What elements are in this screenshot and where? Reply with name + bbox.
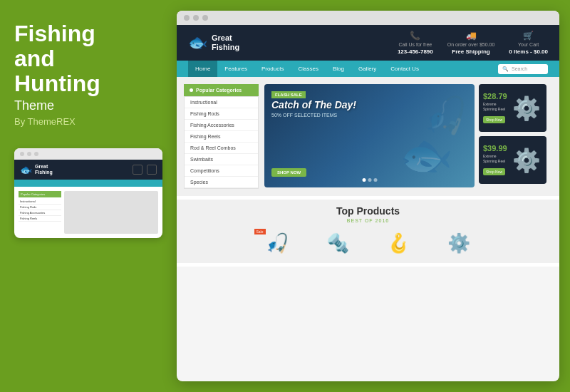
prod-img-1: Sale 🎣 bbox=[254, 229, 301, 257]
reel-1-icon: ⚙️ bbox=[512, 95, 541, 122]
prod-item-4: ⚙️ bbox=[434, 229, 484, 257]
product-2-image: ⚙️ bbox=[510, 140, 542, 180]
site-logo-text: Great Fishing bbox=[212, 33, 239, 52]
main-browser: 🐟 Great Fishing 📞 Call Us for free 123-4… bbox=[177, 11, 559, 381]
small-cat-item-1: Instructional bbox=[19, 199, 61, 205]
product-1-btn[interactable]: Shop Now bbox=[483, 116, 505, 123]
banner-subtitle: 50% OFF SELECTED ITEMS bbox=[271, 113, 356, 118]
site-fish-icon: 🐟 bbox=[188, 33, 207, 52]
product-2-name: Extreme Spinning Reel bbox=[483, 154, 507, 163]
product-card-1-info: $28.79 Extreme Spinning Reel Shop Now bbox=[483, 92, 507, 124]
small-cat-title: Popular Categories bbox=[19, 191, 61, 197]
left-panel: FishingandHunting Theme By ThemeREX 🐟 Gr… bbox=[0, 0, 177, 392]
product-cards-column: $28.79 Extreme Spinning Reel Shop Now ⚙️… bbox=[479, 84, 546, 187]
small-cat-item-2: Fishing Rods bbox=[19, 205, 61, 210]
banner-dots bbox=[362, 178, 377, 182]
banner-person-decoration: 🎣 bbox=[423, 95, 467, 136]
banner-text: Catch of The Day! 50% OFF SELECTED ITEMS bbox=[271, 100, 356, 118]
cat-item-rod-reel[interactable]: Rod & Reel Combos bbox=[185, 143, 258, 154]
header-call: 📞 Call Us for free 123-456-7890 bbox=[398, 31, 433, 55]
phone-icon: 📞 bbox=[410, 31, 420, 41]
small-dot-2 bbox=[27, 152, 31, 156]
header-shipping: 🚚 On order over $50.00 Free Shipping bbox=[447, 31, 495, 55]
cat-header: Popular Categories bbox=[184, 84, 259, 96]
header-cart: 🛒 Your Cart 0 Items - $0.00 bbox=[509, 31, 548, 55]
nav-gallery[interactable]: Gallery bbox=[351, 61, 383, 77]
nav-blog[interactable]: Blog bbox=[326, 61, 351, 77]
prod-icon-1: 🎣 bbox=[266, 232, 289, 254]
bottom-section: Top Products BEST OF 2016 Sale 🎣 🔩 bbox=[177, 196, 559, 267]
product-2-price: $39.99 bbox=[483, 144, 507, 153]
right-panel: 🐟 Great Fishing 📞 Call Us for free 123-4… bbox=[177, 0, 570, 392]
nav-features[interactable]: Features bbox=[217, 61, 254, 77]
nav-home[interactable]: Home bbox=[188, 61, 217, 77]
search-box[interactable]: 🔍 Search bbox=[498, 64, 548, 74]
header-info-bar: 📞 Call Us for free 123-456-7890 🚚 On ord… bbox=[398, 31, 548, 55]
site-navigation: Home Features Products Classes Blog Gall… bbox=[177, 61, 559, 77]
site-logo: 🐟 Great Fishing bbox=[188, 33, 239, 52]
small-content: Popular Categories Instructional Fishing… bbox=[14, 187, 162, 238]
browser-dot-2 bbox=[193, 15, 199, 21]
cat-item-fishing-accessories[interactable]: Fishing Accessories bbox=[185, 120, 258, 131]
prod-item-3: 🪝 bbox=[373, 229, 423, 257]
search-label: Search bbox=[512, 66, 527, 71]
small-browser-bar bbox=[14, 148, 162, 160]
cat-title: Popular Categories bbox=[196, 88, 242, 93]
cat-item-instructional[interactable]: Instructional bbox=[185, 97, 258, 108]
banner-dot-1[interactable] bbox=[362, 178, 366, 182]
browser-dot-3 bbox=[202, 15, 208, 21]
nav-products[interactable]: Products bbox=[254, 61, 291, 77]
cat-item-swimbaits[interactable]: Swimbaits bbox=[185, 154, 258, 165]
browser-dot-1 bbox=[184, 15, 190, 21]
small-dot-3 bbox=[34, 152, 38, 156]
small-sidebar: Popular Categories Instructional Fishing… bbox=[19, 191, 61, 234]
small-cat-item-3: Fishing Accessories bbox=[19, 210, 61, 216]
browser-chrome-bar bbox=[177, 11, 559, 25]
banner-area: FLASH SALE Catch of The Day! 50% OFF SEL… bbox=[264, 84, 546, 187]
cat-item-fishing-reels[interactable]: Fishing Reels bbox=[185, 131, 258, 143]
flash-sale-badge: FLASH SALE bbox=[271, 91, 306, 98]
theme-subtitle: Theme bbox=[14, 98, 162, 113]
cat-item-fishing-rods[interactable]: Fishing Rods bbox=[185, 108, 258, 120]
main-area: FLASH SALE Catch of The Day! 50% OFF SEL… bbox=[259, 84, 552, 189]
small-icon-1 bbox=[133, 165, 142, 175]
top-products-section: Top Products BEST OF 2016 Sale 🎣 🔩 bbox=[177, 200, 559, 263]
small-header-icons bbox=[133, 165, 157, 175]
reel-2-icon: ⚙️ bbox=[512, 147, 541, 174]
products-row: Sale 🎣 🔩 🪝 bbox=[184, 229, 552, 257]
prod-icon-3: 🪝 bbox=[387, 232, 410, 254]
small-nav bbox=[14, 180, 162, 187]
cat-item-species[interactable]: Species bbox=[185, 177, 258, 188]
banner-dot-3[interactable] bbox=[373, 178, 377, 182]
banner-dot-2[interactable] bbox=[368, 178, 371, 182]
phone-number: 123-456-7890 bbox=[398, 48, 433, 55]
small-icon-2 bbox=[147, 165, 157, 175]
shop-now-button[interactable]: SHOP NOW bbox=[271, 168, 306, 177]
nav-contact[interactable]: Contact Us bbox=[383, 61, 426, 77]
small-browser-mockup: 🐟 Great Fishing Popular Categories Instr… bbox=[14, 148, 162, 239]
site-main-content: Popular Categories Instructional Fishing… bbox=[177, 77, 559, 196]
theme-title: FishingandHunting bbox=[14, 21, 162, 97]
categories-sidebar: Popular Categories Instructional Fishing… bbox=[184, 84, 259, 189]
top-products-subtitle: BEST OF 2016 bbox=[184, 218, 552, 223]
prod-img-3: 🪝 bbox=[375, 229, 422, 257]
product-card-1: $28.79 Extreme Spinning Reel Shop Now ⚙️ bbox=[479, 84, 546, 132]
theme-by: By ThemeREX bbox=[14, 116, 162, 127]
cat-list: Instructional Fishing Rods Fishing Acces… bbox=[184, 96, 259, 189]
product-2-btn[interactable]: Shop Now bbox=[483, 168, 505, 175]
banner-fish-decoration: 🐟 bbox=[400, 130, 453, 180]
prod-img-4: ⚙️ bbox=[436, 229, 482, 257]
product-1-name: Extreme Spinning Reel bbox=[483, 102, 507, 111]
prod-item-2: 🔩 bbox=[313, 229, 363, 257]
small-fish-icon: 🐟 bbox=[20, 164, 32, 175]
sale-badge-1: Sale bbox=[254, 229, 266, 234]
small-main-area bbox=[64, 191, 158, 234]
cart-icon: 🛒 bbox=[523, 31, 534, 41]
nav-classes[interactable]: Classes bbox=[291, 61, 326, 77]
site-header: 🐟 Great Fishing 📞 Call Us for free 123-4… bbox=[177, 25, 559, 61]
banner-title: Catch of The Day! bbox=[271, 100, 356, 110]
product-1-image: ⚙️ bbox=[510, 88, 542, 128]
prod-icon-4: ⚙️ bbox=[447, 232, 470, 254]
cat-item-competitions[interactable]: Competitions bbox=[185, 165, 258, 177]
product-1-price: $28.79 bbox=[483, 92, 507, 100]
